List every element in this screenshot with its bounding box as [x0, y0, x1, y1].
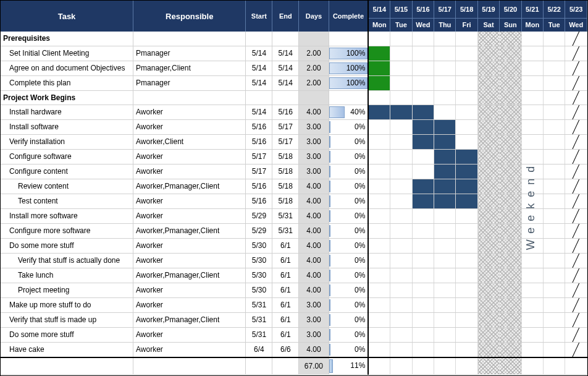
- gantt-cell[interactable]: [544, 268, 565, 283]
- gantt-cell[interactable]: [521, 208, 543, 223]
- gantt-cell[interactable]: [456, 223, 477, 238]
- cell-complete[interactable]: 0%: [329, 342, 368, 357]
- gantt-cell[interactable]: [521, 149, 543, 164]
- gantt-cell[interactable]: [412, 134, 434, 149]
- gantt-cell[interactable]: [544, 61, 565, 75]
- gantt-cell[interactable]: [477, 32, 499, 46]
- gantt-cell[interactable]: [544, 223, 565, 238]
- gantt-cell[interactable]: [544, 75, 565, 90]
- cell-task[interactable]: Verify that stuff is made up: [1, 312, 133, 327]
- gantt-cell[interactable]: [456, 105, 477, 119]
- gantt-cell[interactable]: [368, 134, 390, 149]
- gantt-cell[interactable]: [434, 61, 456, 75]
- gantt-cell[interactable]: [412, 283, 434, 297]
- gantt-cell[interactable]: [565, 164, 587, 179]
- gantt-cell[interactable]: [368, 297, 390, 312]
- gantt-cell[interactable]: [456, 297, 477, 312]
- gantt-cell[interactable]: [521, 179, 543, 194]
- cell-task[interactable]: Do some more stuff: [1, 327, 133, 342]
- gantt-cell[interactable]: [565, 46, 587, 61]
- cell-end[interactable]: 5/31: [272, 208, 299, 223]
- gantt-cell[interactable]: [521, 46, 543, 61]
- cell-responsible[interactable]: Aworker,Pmanager,Client: [133, 268, 246, 283]
- cell-end[interactable]: 6/1: [272, 297, 299, 312]
- cell-end[interactable]: 6/1: [272, 283, 299, 297]
- gantt-cell[interactable]: [434, 253, 456, 268]
- cell-task[interactable]: Set Initial Client Meeting: [1, 46, 133, 61]
- gantt-cell[interactable]: [368, 105, 390, 119]
- gantt-cell[interactable]: [521, 90, 543, 105]
- cell-complete[interactable]: 0%: [329, 179, 368, 194]
- gantt-cell[interactable]: [456, 75, 477, 90]
- cell-complete[interactable]: 0%: [329, 297, 368, 312]
- gantt-cell[interactable]: [412, 327, 434, 342]
- gantt-cell[interactable]: [390, 119, 412, 134]
- cell-days[interactable]: 3.00: [299, 164, 329, 179]
- gantt-cell[interactable]: [565, 61, 587, 75]
- gantt-cell[interactable]: [521, 194, 543, 208]
- gantt-cell[interactable]: [521, 75, 543, 90]
- cell-start[interactable]: 5/31: [246, 312, 272, 327]
- cell-responsible[interactable]: Aworker,Pmanager,Client: [133, 312, 246, 327]
- gantt-cell[interactable]: [412, 312, 434, 327]
- gantt-cell[interactable]: [368, 283, 390, 297]
- gantt-cell[interactable]: [368, 238, 390, 253]
- gantt-cell[interactable]: [390, 194, 412, 208]
- gantt-cell[interactable]: [412, 179, 434, 194]
- cell-end[interactable]: 5/17: [272, 134, 299, 149]
- gantt-cell[interactable]: [500, 75, 521, 90]
- gantt-cell[interactable]: [434, 179, 456, 194]
- cell-complete[interactable]: 0%: [329, 327, 368, 342]
- cell-end[interactable]: 5/31: [272, 223, 299, 238]
- gantt-cell[interactable]: [477, 90, 499, 105]
- gantt-cell[interactable]: [544, 238, 565, 253]
- gantt-cell[interactable]: [521, 238, 543, 253]
- gantt-cell[interactable]: [368, 327, 390, 342]
- cell-task[interactable]: Have cake: [1, 342, 133, 357]
- gantt-cell[interactable]: [544, 327, 565, 342]
- gantt-cell[interactable]: [368, 342, 390, 357]
- cell-days[interactable]: 4.00: [299, 268, 329, 283]
- cell-end[interactable]: 6/6: [272, 342, 299, 357]
- gantt-cell[interactable]: [521, 105, 543, 119]
- cell-complete[interactable]: 100%: [329, 75, 368, 90]
- gantt-cell[interactable]: [544, 357, 565, 375]
- gantt-cell[interactable]: [412, 357, 434, 375]
- cell-responsible[interactable]: Aworker: [133, 119, 246, 134]
- gantt-cell[interactable]: [500, 268, 521, 283]
- gantt-cell[interactable]: [500, 312, 521, 327]
- cell-responsible[interactable]: Pmanager,Client: [133, 61, 246, 75]
- gantt-cell[interactable]: [434, 75, 456, 90]
- gantt-cell[interactable]: [456, 46, 477, 61]
- cell-task[interactable]: Complete this plan: [1, 75, 133, 90]
- gantt-cell[interactable]: [521, 32, 543, 46]
- gantt-cell[interactable]: [477, 75, 499, 90]
- cell-responsible[interactable]: Aworker: [133, 283, 246, 297]
- cell-start[interactable]: 5/16: [246, 134, 272, 149]
- gantt-cell[interactable]: [390, 268, 412, 283]
- gantt-cell[interactable]: [390, 46, 412, 61]
- gantt-cell[interactable]: [456, 312, 477, 327]
- gantt-cell[interactable]: [434, 238, 456, 253]
- cell-start[interactable]: 5/16: [246, 194, 272, 208]
- gantt-cell[interactable]: [477, 208, 499, 223]
- gantt-cell[interactable]: [544, 164, 565, 179]
- gantt-cell[interactable]: [544, 46, 565, 61]
- gantt-cell[interactable]: [412, 149, 434, 164]
- cell-responsible[interactable]: Aworker: [133, 105, 246, 119]
- gantt-cell[interactable]: [434, 327, 456, 342]
- gantt-cell[interactable]: [390, 75, 412, 90]
- gantt-cell[interactable]: [456, 179, 477, 194]
- gantt-cell[interactable]: [565, 105, 587, 119]
- gantt-cell[interactable]: [412, 90, 434, 105]
- gantt-cell[interactable]: [500, 61, 521, 75]
- gantt-cell[interactable]: [390, 208, 412, 223]
- cell-start[interactable]: 5/14: [246, 105, 272, 119]
- gantt-cell[interactable]: [500, 32, 521, 46]
- cell-days[interactable]: 2.00: [299, 75, 329, 90]
- cell-responsible[interactable]: Aworker: [133, 149, 246, 164]
- gantt-cell[interactable]: [456, 327, 477, 342]
- gantt-cell[interactable]: [434, 223, 456, 238]
- cell-task[interactable]: Project meeting: [1, 283, 133, 297]
- gantt-cell[interactable]: [412, 46, 434, 61]
